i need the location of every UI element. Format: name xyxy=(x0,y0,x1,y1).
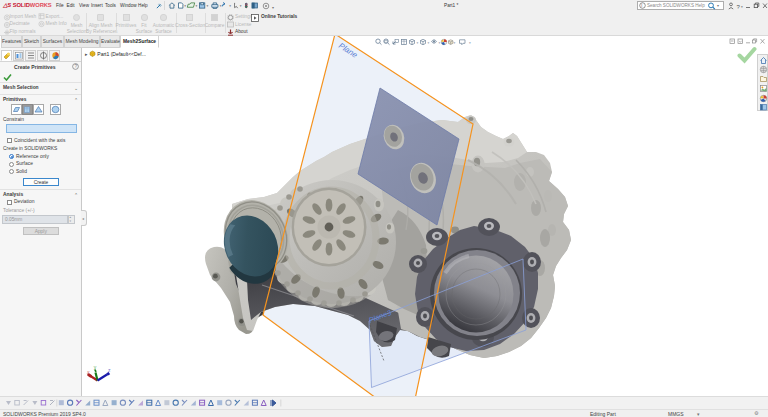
svg-text:▾: ▾ xyxy=(240,4,242,8)
svg-text:▾: ▾ xyxy=(220,4,222,8)
svg-text:▾: ▾ xyxy=(428,40,430,44)
svg-text:y: y xyxy=(94,365,97,370)
svg-text:z: z xyxy=(108,367,111,373)
svg-text:?: ? xyxy=(75,64,78,69)
svg-text:▾: ▾ xyxy=(196,4,198,8)
svg-text:▾: ▾ xyxy=(272,4,274,9)
svg-text:▾: ▾ xyxy=(439,40,441,44)
svg-text:▾: ▾ xyxy=(417,40,419,44)
svg-text:i: i xyxy=(641,3,642,8)
svg-text:▾: ▾ xyxy=(469,40,471,44)
svg-text:▾: ▾ xyxy=(207,4,209,8)
svg-text:?: ? xyxy=(737,3,741,9)
svg-text:▾: ▾ xyxy=(741,4,743,8)
svg-text:▾: ▾ xyxy=(229,4,231,8)
svg-text:▾: ▾ xyxy=(454,40,456,44)
svg-text:▾: ▾ xyxy=(184,4,186,8)
svg-text:x: x xyxy=(86,369,90,375)
